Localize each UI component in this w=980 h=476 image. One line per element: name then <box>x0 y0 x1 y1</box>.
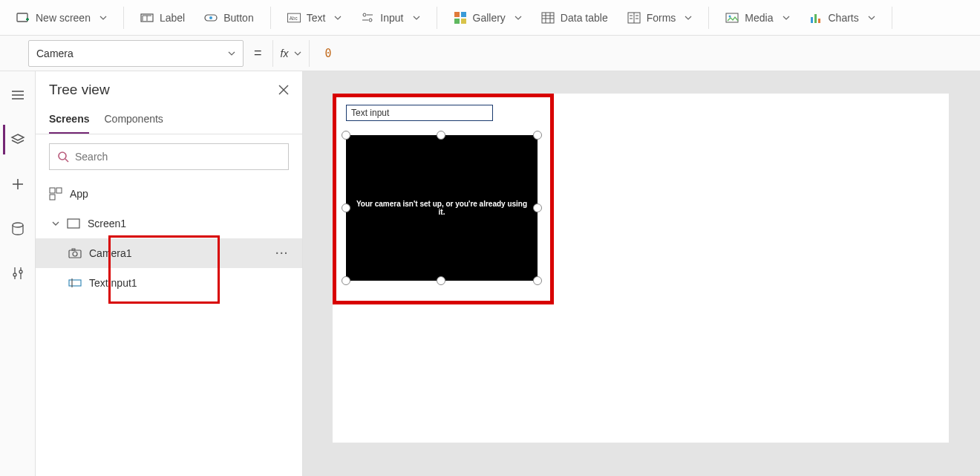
charts-dropdown[interactable]: Charts <box>802 4 883 31</box>
media-icon <box>725 11 739 25</box>
button-button-label: Button <box>223 12 253 24</box>
svg-rect-29 <box>811 17 813 23</box>
separator <box>892 7 892 29</box>
tree-tabs: Screens Components <box>36 104 302 134</box>
label-button[interactable]: Label <box>133 4 192 31</box>
tree-node-textinput1[interactable]: TextInput1 <box>36 268 302 298</box>
selection-handle-ne[interactable] <box>533 131 542 140</box>
app-icon <box>49 187 62 200</box>
svg-rect-51 <box>69 280 81 286</box>
canvas-screen[interactable]: Text input Your camera isn't set up, or … <box>333 94 949 443</box>
separator <box>708 7 709 29</box>
input-dropdown[interactable]: Input <box>353 4 427 31</box>
svg-point-42 <box>59 152 66 160</box>
text-dropdown[interactable]: Abc Text <box>280 4 350 31</box>
rail-treeview[interactable] <box>3 125 33 154</box>
input-dropdown-label: Input <box>380 12 403 24</box>
label-icon <box>140 11 154 25</box>
new-screen-button[interactable]: New screen <box>9 4 114 31</box>
close-tree-button[interactable] <box>278 85 289 95</box>
rail-hamburger[interactable] <box>3 80 33 110</box>
chevron-down-icon <box>52 220 59 227</box>
rail-tools[interactable] <box>3 258 33 288</box>
equals-sign: = <box>251 45 265 61</box>
rail-data[interactable] <box>3 214 33 244</box>
close-icon <box>278 85 289 95</box>
tab-components[interactable]: Components <box>104 108 163 134</box>
canvas-textinput-control[interactable]: Text input <box>346 105 493 121</box>
formula-input[interactable] <box>317 40 980 67</box>
svg-rect-30 <box>814 14 817 23</box>
svg-rect-13 <box>461 12 466 17</box>
property-selector[interactable]: Camera <box>28 40 244 67</box>
screen-icon <box>67 217 80 230</box>
svg-rect-46 <box>50 195 55 200</box>
tree-node-camera1[interactable]: Camera1 ··· <box>36 238 302 268</box>
svg-rect-47 <box>68 219 79 228</box>
input-icon <box>361 11 374 25</box>
fx-button[interactable]: fx <box>272 40 310 67</box>
tree-search[interactable] <box>49 143 289 170</box>
svg-rect-0 <box>17 13 27 22</box>
tree-view-title: Tree view <box>49 82 110 98</box>
separator <box>437 7 437 29</box>
charts-dropdown-label: Charts <box>829 12 859 24</box>
separator <box>123 7 124 29</box>
chevron-down-icon <box>99 14 107 22</box>
selection-handle-nw[interactable] <box>342 131 350 140</box>
tree-node-label: Screen1 <box>88 218 126 229</box>
forms-dropdown-label: Forms <box>647 12 676 24</box>
forms-dropdown[interactable]: Forms <box>620 4 700 31</box>
button-button[interactable]: Button <box>197 4 261 31</box>
selection-handle-se[interactable] <box>533 276 542 285</box>
svg-point-5 <box>209 16 212 19</box>
rail-insert[interactable] <box>3 169 33 199</box>
media-dropdown[interactable]: Media <box>718 4 797 31</box>
gallery-icon <box>454 11 467 25</box>
fx-label: fx <box>281 48 289 59</box>
new-screen-label: New screen <box>36 12 91 24</box>
svg-rect-15 <box>461 19 466 24</box>
workspace: Tree view Screens Components App Screen1 <box>0 71 980 476</box>
svg-point-10 <box>369 19 372 22</box>
tree-node-app[interactable]: App <box>36 179 302 209</box>
camera-icon <box>68 247 82 260</box>
charts-icon <box>809 11 823 25</box>
data-table-button[interactable]: Data table <box>534 4 615 31</box>
text-icon: Abc <box>287 11 301 25</box>
chevron-down-icon <box>228 50 235 57</box>
tree-search-input[interactable] <box>75 151 281 163</box>
svg-rect-12 <box>454 12 460 17</box>
gallery-dropdown[interactable]: Gallery <box>446 4 529 31</box>
canvas-camera-control[interactable]: Your camera isn't set up, or you're alre… <box>346 135 538 281</box>
tools-icon <box>10 266 25 281</box>
selection-handle-s[interactable] <box>437 276 445 285</box>
svg-rect-16 <box>542 13 554 23</box>
tree-node-label: Camera1 <box>89 247 132 259</box>
svg-rect-50 <box>72 249 75 250</box>
svg-point-39 <box>19 270 22 273</box>
tab-screens[interactable]: Screens <box>49 108 89 134</box>
gallery-dropdown-label: Gallery <box>473 12 506 24</box>
selection-handle-e[interactable] <box>533 203 542 212</box>
svg-point-37 <box>13 223 23 227</box>
chevron-down-icon <box>334 14 342 22</box>
separator <box>270 7 271 29</box>
hamburger-icon <box>10 88 25 102</box>
tree-node-screen1[interactable]: Screen1 <box>36 209 302 238</box>
svg-point-49 <box>73 252 77 256</box>
selection-handle-w[interactable] <box>342 203 350 212</box>
tree-view-panel: Tree view Screens Components App Screen1 <box>36 71 303 476</box>
button-icon <box>204 11 218 25</box>
tree-node-more-button[interactable]: ··· <box>275 247 289 259</box>
selection-handle-n[interactable] <box>437 131 445 140</box>
canvas-textinput-placeholder: Text input <box>351 108 389 118</box>
layers-icon <box>10 132 25 147</box>
canvas-area[interactable]: Text input Your camera isn't set up, or … <box>303 71 980 476</box>
tree-node-label: App <box>70 188 88 200</box>
text-dropdown-label: Text <box>307 12 326 24</box>
search-icon <box>57 151 69 163</box>
svg-rect-14 <box>454 19 460 24</box>
property-selector-value: Camera <box>36 48 74 59</box>
selection-handle-sw[interactable] <box>342 276 350 285</box>
